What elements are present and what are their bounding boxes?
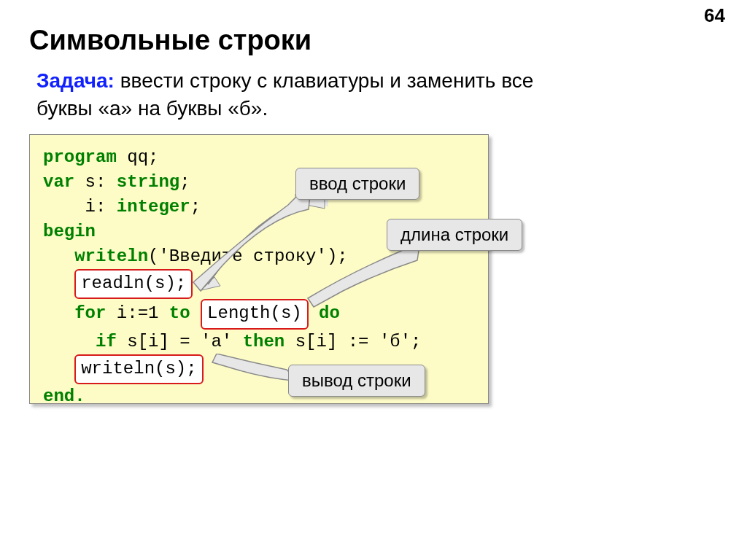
- page-title: Символьные строки: [29, 25, 311, 56]
- code-box: program qq; var s: string; i: integer; b…: [29, 134, 489, 404]
- task-text-2: буквы «а» на буквы «б».: [36, 97, 268, 120]
- callout-string-length: длина строки: [387, 219, 522, 251]
- highlight-writeln: writeln(s);: [74, 354, 203, 384]
- task-text-1: ввести строку с клавиатуры и заменить вс…: [115, 69, 533, 92]
- callout-output-string: вывод строки: [288, 365, 425, 397]
- highlight-readln: readln(s);: [74, 269, 193, 299]
- highlight-length: Length(s): [201, 299, 309, 329]
- page-number: 64: [704, 4, 725, 27]
- task-statement: Задача: ввести строку с клавиатуры и зам…: [36, 67, 674, 122]
- callout-input-string: ввод строки: [295, 168, 419, 200]
- task-label: Задача:: [36, 69, 115, 92]
